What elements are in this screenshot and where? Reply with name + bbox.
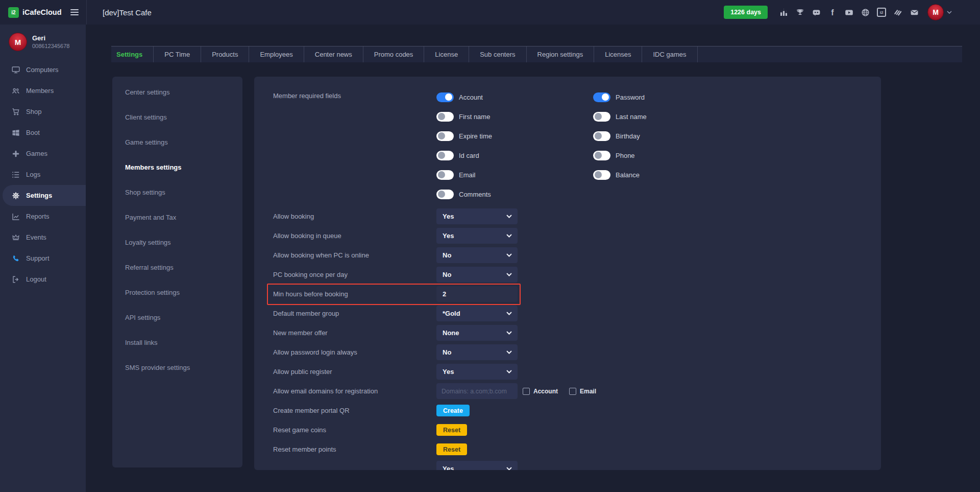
menu-item-install-links[interactable]: Install links: [112, 330, 242, 355]
layers-icon[interactable]: [893, 8, 902, 17]
user-avatar[interactable]: M: [927, 4, 944, 20]
sidebar-item-label: Games: [26, 150, 47, 157]
sidebar-item-label: Members: [26, 87, 54, 95]
brand[interactable]: i2 iCafeCloud: [8, 7, 62, 18]
reset-game-coins-row: Reset game coins Reset: [273, 422, 881, 438]
email-checkbox-group[interactable]: Email: [569, 388, 596, 395]
menu-item-members-settings[interactable]: Members settings: [112, 155, 242, 180]
allow-password-login-row: Allow password login always No: [273, 344, 881, 360]
reset-game-coins-button[interactable]: Reset: [436, 424, 467, 436]
allow-booking-in-queue-select[interactable]: Yes: [436, 228, 518, 244]
select-value: *Gold: [443, 310, 460, 317]
menu-item-protection-settings[interactable]: Protection settings: [112, 280, 242, 305]
reset-member-points-row: Reset member points Reset: [273, 441, 881, 457]
avatar: M: [9, 33, 27, 51]
expire-time-toggle[interactable]: [436, 131, 454, 141]
field-label: Member required fields: [273, 92, 436, 208]
pc-booking-once-select[interactable]: No: [436, 267, 518, 283]
facebook-icon[interactable]: f: [828, 8, 837, 17]
sidebar-item-games[interactable]: Games: [0, 143, 86, 164]
email-domains-input[interactable]: [436, 383, 518, 399]
allow-booking-select[interactable]: Yes: [436, 208, 518, 224]
clipped-select[interactable]: Yes: [436, 461, 518, 470]
monitor-icon: [11, 66, 20, 74]
allow-booking-pc-online-select[interactable]: No: [436, 247, 518, 263]
tab-pc-time[interactable]: PC Time: [154, 46, 201, 62]
sidebar-item-members[interactable]: Members: [0, 80, 86, 101]
allow-public-register-select[interactable]: Yes: [436, 364, 518, 380]
toggle-label: Account: [459, 93, 483, 101]
toggle-label: Last name: [616, 113, 647, 121]
menu-item-sms-provider-settings[interactable]: SMS provider settings: [112, 355, 242, 380]
trophy-icon[interactable]: [795, 8, 804, 17]
subscription-days-badge[interactable]: 1226 days: [724, 6, 768, 19]
chevron-down-icon[interactable]: [947, 11, 952, 14]
tab-employees[interactable]: Employees: [249, 46, 304, 62]
sidebar-item-shop[interactable]: Shop: [0, 101, 86, 122]
tab-region-settings[interactable]: Region settings: [527, 46, 595, 62]
sidebar-item-logs[interactable]: Logs: [0, 164, 86, 185]
sidebar: M Geri 008612345678 Computers Members Sh…: [0, 25, 86, 492]
select-value: Yes: [443, 213, 454, 220]
tab-products[interactable]: Products: [201, 46, 249, 62]
allow-public-register-row: Allow public register Yes: [273, 364, 881, 380]
menu-item-game-settings[interactable]: Game settings: [112, 130, 242, 155]
chart-icon: [11, 213, 20, 221]
allow-password-login-select[interactable]: No: [436, 344, 518, 360]
sidebar-item-settings[interactable]: Settings: [3, 185, 86, 206]
sidebar-item-computers[interactable]: Computers: [0, 59, 86, 80]
toggle-phone: Phone: [593, 150, 750, 160]
hamburger-menu-icon[interactable]: [70, 9, 79, 15]
tab-center-news[interactable]: Center news: [304, 46, 363, 62]
tab-licenses[interactable]: Licenses: [594, 46, 642, 62]
last-name-toggle[interactable]: [593, 112, 610, 122]
min-hours-input[interactable]: [436, 286, 518, 302]
icafecloud-site-icon[interactable]: i2: [877, 8, 886, 17]
tab-settings[interactable]: Settings: [111, 46, 154, 62]
discord-icon[interactable]: [812, 8, 821, 17]
first-name-toggle[interactable]: [436, 112, 454, 122]
sidebar-item-reports[interactable]: Reports: [0, 206, 86, 227]
sidebar-user[interactable]: M Geri 008612345678: [0, 25, 86, 58]
tab-idc-games[interactable]: IDC games: [642, 46, 697, 62]
menu-item-shop-settings[interactable]: Shop settings: [112, 180, 242, 205]
email-checkbox[interactable]: [569, 388, 576, 395]
field-label: Min hours before booking: [273, 290, 436, 298]
email-toggle[interactable]: [436, 170, 454, 180]
menu-item-client-settings[interactable]: Client settings: [112, 105, 242, 130]
account-checkbox[interactable]: [523, 388, 530, 395]
toggle-label: Password: [616, 93, 645, 101]
tab-license[interactable]: License: [424, 46, 469, 62]
sidebar-item-events[interactable]: Events: [0, 227, 86, 248]
create-qr-button[interactable]: Create: [436, 405, 470, 416]
reset-member-points-button[interactable]: Reset: [436, 443, 467, 455]
account-checkbox-group[interactable]: Account: [523, 388, 558, 395]
comments-toggle[interactable]: [436, 190, 454, 199]
sidebar-item-logout[interactable]: Logout: [0, 269, 86, 290]
menu-item-center-settings[interactable]: Center settings: [112, 80, 242, 105]
default-member-group-select[interactable]: *Gold: [436, 306, 518, 321]
member-required-fields-row: Member required fields Account First nam…: [273, 92, 881, 208]
chevron-down-icon: [506, 234, 512, 238]
menu-item-loyalty-settings[interactable]: Loyalty settings: [112, 230, 242, 255]
toggle-label: Balance: [616, 171, 640, 179]
menu-item-referral-settings[interactable]: Referral settings: [112, 255, 242, 280]
globe-icon[interactable]: [861, 8, 870, 17]
mail-icon[interactable]: [910, 8, 919, 17]
youtube-icon[interactable]: [844, 8, 853, 17]
ranking-icon[interactable]: [779, 8, 788, 17]
birthday-toggle[interactable]: [593, 131, 610, 141]
menu-item-api-settings[interactable]: API settings: [112, 305, 242, 330]
menu-item-payment-and-tax[interactable]: Payment and Tax: [112, 205, 242, 230]
tab-promo-codes[interactable]: Promo codes: [363, 46, 425, 62]
password-toggle[interactable]: [593, 92, 610, 102]
id-card-toggle[interactable]: [436, 151, 454, 160]
new-member-offer-select[interactable]: None: [436, 325, 518, 341]
balance-toggle[interactable]: [593, 170, 610, 180]
tab-sub-centers[interactable]: Sub centers: [469, 46, 526, 62]
phone-toggle[interactable]: [593, 151, 610, 160]
account-toggle[interactable]: [436, 92, 454, 102]
sidebar-item-boot[interactable]: Boot: [0, 122, 86, 143]
new-member-offer-row: New member offer None: [273, 325, 881, 341]
sidebar-item-support[interactable]: Support: [0, 248, 86, 269]
